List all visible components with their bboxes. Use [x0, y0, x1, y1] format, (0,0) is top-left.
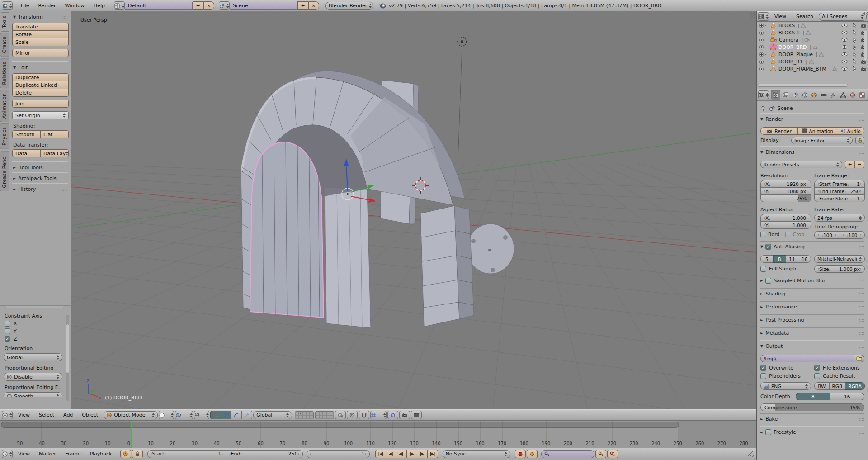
start-frame-prop-field[interactable]: ‹Start Frame:1› [814, 180, 865, 188]
manipulator-rotate-toggle[interactable] [231, 411, 242, 419]
layers-widget[interactable] [295, 411, 334, 419]
border-checkbox[interactable] [760, 232, 766, 237]
layer-cell[interactable] [310, 415, 313, 419]
visibility-eye-icon[interactable] [841, 23, 848, 28]
manipulator-translate-toggle[interactable] [210, 411, 221, 419]
clipped-operator-button[interactable] [5, 305, 65, 308]
selectability-cursor-icon[interactable] [852, 30, 857, 35]
aa-samples-8-button[interactable]: 8 [773, 255, 786, 263]
sync-dropdown[interactable]: No Sync [443, 450, 510, 458]
outliner-item-bloks-1[interactable]: BLOKS 1 | [757, 29, 868, 36]
toggle-visible[interactable] [840, 59, 849, 64]
tab-object[interactable] [810, 90, 819, 100]
frame-step-field[interactable]: ‹Frame Step:1› [814, 194, 865, 202]
layout-add-button[interactable]: + [193, 1, 203, 10]
layer-cell[interactable] [319, 415, 323, 419]
panel-header-bake[interactable]: ►Bake:::: [760, 413, 864, 424]
axis-z-checkbox[interactable]: ✓ [5, 336, 10, 342]
timeline-menu-frame[interactable]: Frame [61, 449, 85, 459]
selectability-cursor-icon[interactable] [852, 66, 857, 71]
resolution-x-field[interactable]: ‹X:1920 px› [760, 180, 811, 188]
selectability-cursor-icon[interactable] [852, 37, 857, 43]
outliner-view-menu[interactable]: View [770, 11, 791, 22]
outliner-corner-grip[interactable] [863, 12, 868, 16]
panel-header-shading[interactable]: ►Shading:::: [760, 288, 864, 299]
layer-cell[interactable] [310, 412, 313, 415]
snap-target-button[interactable] [387, 411, 398, 419]
timeline-editor-type-button[interactable] [2, 450, 13, 458]
shade-flat-button[interactable]: Flat [40, 130, 69, 138]
timeline-menu-view[interactable]: View [14, 449, 34, 459]
outliner-hscrollbar[interactable] [758, 84, 848, 87]
preset-remove-button[interactable]: − [854, 161, 864, 168]
file-extensions-checkbox[interactable]: ✓ [814, 365, 820, 371]
toggle-renderable[interactable] [859, 66, 868, 71]
layer-cell[interactable] [306, 415, 310, 419]
proportional-editing-dropdown[interactable]: Disable [4, 373, 62, 381]
layer-cell[interactable] [302, 412, 306, 415]
panel-header-metadata[interactable]: ►Metadata:::: [760, 327, 864, 338]
file-format-dropdown[interactable]: PNG [760, 382, 811, 390]
manipulator-widget-toggle[interactable] [221, 411, 231, 419]
lamp-widget[interactable] [458, 37, 467, 46]
toggle-selectable[interactable] [849, 59, 859, 64]
panel-header-performance[interactable]: ►Performance:::: [760, 301, 864, 312]
expand-icon[interactable] [759, 59, 764, 64]
shelf-tab-tools[interactable]: Tools [0, 12, 9, 32]
outliner-item-door-plaque[interactable]: DOOR_Plaque | [757, 51, 868, 58]
duplicate-linked-button[interactable]: Duplicate Linked [12, 81, 69, 89]
aa-samples-11-button[interactable]: 11 [786, 255, 799, 263]
viewport-menu-object[interactable]: Object [77, 410, 103, 420]
orientation-dropdown[interactable]: Global [4, 353, 62, 361]
tab-scene[interactable] [790, 90, 799, 100]
manipulator-scale-toggle[interactable] [241, 411, 252, 419]
timeline-scrollbar[interactable] [1, 422, 679, 428]
layer-cell[interactable] [330, 412, 334, 415]
translate-button[interactable]: Translate [12, 23, 69, 31]
freestyle-checkbox[interactable] [765, 429, 771, 435]
snap-toggle-button[interactable] [359, 411, 369, 419]
file-browse-button[interactable] [854, 355, 864, 362]
tab-render-layers[interactable] [781, 90, 790, 100]
overwrite-checkbox[interactable]: ✓ [760, 365, 766, 371]
prev-keyframe-button[interactable] [386, 450, 396, 458]
selectability-cursor-icon[interactable] [852, 23, 857, 28]
scale-button[interactable]: Scale [12, 38, 69, 46]
current-frame-field[interactable]: ‹1› [307, 450, 370, 458]
viewport-menu-view[interactable]: View [14, 410, 34, 420]
visibility-eye-icon[interactable] [841, 38, 848, 42]
transform-orientation-dropdown[interactable]: Global [253, 411, 292, 419]
lock-to-scene-button[interactable] [335, 411, 346, 419]
layer-cell[interactable] [326, 412, 330, 415]
remap-new-field[interactable]: ‹:100› [840, 231, 865, 239]
render-presets-dropdown[interactable]: Render Presets [760, 161, 842, 168]
toggle-selectable[interactable] [849, 37, 859, 43]
toggle-visible[interactable] [840, 23, 849, 28]
outliner-item-bloks[interactable]: BLOKS | [757, 22, 868, 29]
frame-rate-dropdown[interactable]: 24 fps [814, 214, 865, 222]
layer-cell[interactable] [295, 412, 299, 415]
shade-smooth-button[interactable]: Smooth [12, 130, 41, 138]
color-depth-16-button[interactable]: 16 [830, 393, 865, 400]
door-plaque[interactable] [467, 224, 514, 274]
crop-checkbox[interactable] [785, 232, 791, 237]
stone-pillar-right[interactable] [420, 206, 474, 327]
aspect-y-field[interactable]: ‹Y:1.000› [760, 221, 811, 229]
tab-render[interactable] [771, 90, 780, 100]
layer-cell[interactable] [299, 415, 302, 419]
editor-type-button[interactable] [2, 411, 13, 419]
area-corner-grip[interactable] [750, 12, 755, 18]
3d-viewport[interactable]: z x User Persp (1) DOOR_BRD [0, 11, 756, 409]
shelf-tab-relations[interactable]: Relations [0, 58, 9, 89]
panel-header-sampled-motion-blur[interactable]: ►Sampled Motion Blur:::: [760, 275, 864, 286]
visibility-eye-icon[interactable] [841, 59, 848, 64]
renderability-camera-icon[interactable] [861, 23, 867, 28]
outliner-vscrollbar[interactable] [864, 29, 867, 61]
menu-render[interactable]: Render [33, 0, 60, 11]
render-engine-select[interactable]: Blender Render [326, 2, 373, 10]
expand-icon[interactable] [759, 38, 764, 43]
toggle-selectable[interactable] [849, 66, 859, 71]
tab-constraints[interactable] [819, 90, 828, 100]
lock-time-button[interactable] [132, 450, 143, 458]
layout-close-button[interactable]: × [203, 1, 214, 10]
